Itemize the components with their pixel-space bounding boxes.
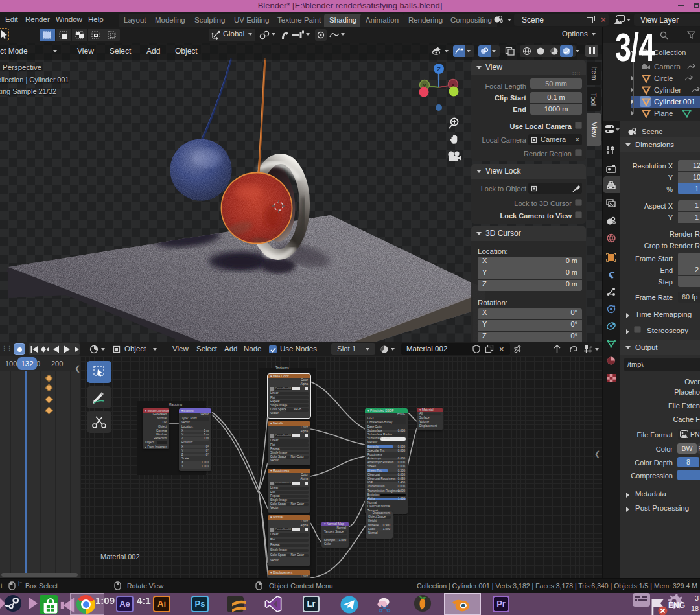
svg-text:Z: Z [437,66,441,73]
